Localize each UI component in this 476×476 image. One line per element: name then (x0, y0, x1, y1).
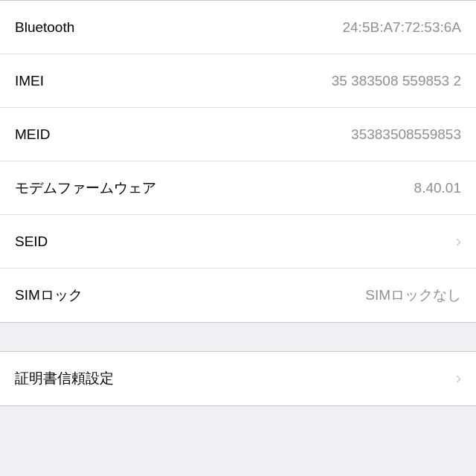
sim-lock-row: SIMロック SIMロックなし (0, 268, 476, 322)
bluetooth-label: Bluetooth (15, 19, 74, 36)
imei-value: 35 383508 559853 2 (44, 73, 461, 89)
modem-label: モデムファームウェア (15, 178, 156, 198)
modem-value: 8.40.01 (156, 180, 461, 196)
imei-label: IMEI (15, 73, 44, 89)
sim-lock-value: SIMロックなし (83, 286, 461, 305)
meid-label: MEID (15, 126, 51, 143)
cert-trust-row[interactable]: 証明書信頼設定 › (0, 352, 476, 405)
seid-row[interactable]: SEID › (0, 215, 476, 268)
section-gap (0, 323, 476, 351)
settings-group-main: Bluetooth 24:5B:A7:72:53:6A IMEI 35 3835… (0, 0, 476, 323)
modem-row: モデムファームウェア 8.40.01 (0, 161, 476, 215)
meid-value: 35383508559853 (51, 126, 462, 143)
sim-lock-label: SIMロック (15, 286, 83, 305)
cert-trust-chevron-icon: › (456, 369, 461, 388)
bluetooth-row: Bluetooth 24:5B:A7:72:53:6A (0, 1, 476, 54)
bluetooth-value: 24:5B:A7:72:53:6A (74, 19, 461, 36)
cert-trust-label: 証明書信頼設定 (15, 369, 114, 388)
settings-group-secondary: 証明書信頼設定 › (0, 351, 476, 406)
meid-row: MEID 35383508559853 (0, 108, 476, 161)
imei-row: IMEI 35 383508 559853 2 (0, 54, 476, 108)
seid-label: SEID (15, 234, 48, 250)
seid-chevron-icon: › (456, 232, 461, 251)
